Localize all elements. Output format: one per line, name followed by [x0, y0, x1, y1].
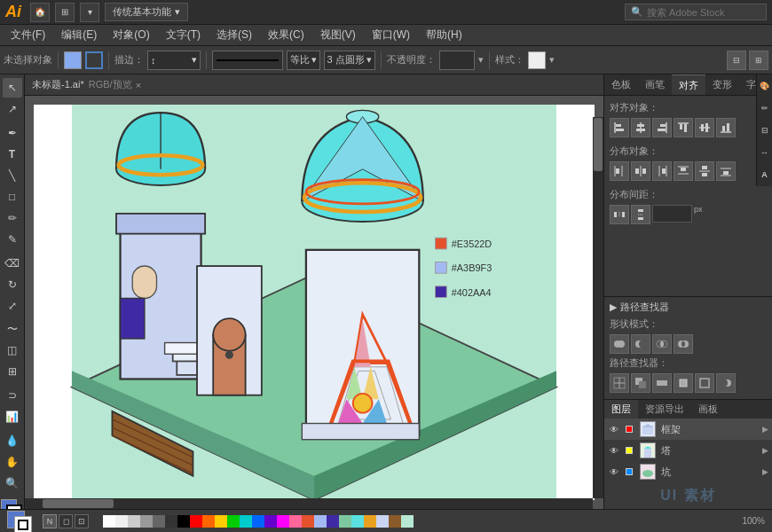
horizontal-scrollbar[interactable] — [25, 498, 593, 509]
adobe-stock-search[interactable]: 🔍 — [625, 4, 767, 20]
dist-top-btn[interactable] — [674, 161, 693, 181]
rect-tool[interactable]: □ — [3, 187, 22, 207]
tab-color[interactable]: 色板 — [604, 74, 638, 95]
align-vcenter-btn[interactable] — [695, 118, 714, 137]
stroke-width-input[interactable]: 2 pt — [158, 51, 190, 70]
dist-left-btn[interactable] — [610, 161, 629, 181]
artboards-tab[interactable]: 画板 — [691, 400, 725, 419]
chip-e8a020[interactable] — [364, 515, 376, 528]
align-right-btn[interactable] — [652, 118, 672, 137]
chip-cyan[interactable] — [240, 515, 252, 528]
panels-arrow[interactable]: ▾ — [80, 3, 99, 22]
eyedropper-tool[interactable]: 💧 — [3, 431, 22, 450]
layer-item-pit[interactable]: 👁 坑 ▶ — [604, 461, 772, 482]
style-arrow[interactable]: ▾ — [549, 54, 555, 66]
chip-white[interactable] — [103, 515, 115, 528]
tab-brush[interactable]: 画笔 — [638, 74, 672, 95]
chart-tool[interactable]: 📊 — [3, 407, 22, 426]
menu-view[interactable]: 视图(V) — [313, 26, 363, 44]
chip-darker-gray[interactable] — [165, 515, 177, 528]
mesh-tool[interactable]: ⊞ — [3, 362, 22, 381]
divide-btn[interactable] — [610, 373, 629, 393]
menu-edit[interactable]: 编辑(E) — [54, 26, 104, 44]
menu-file[interactable]: 文件(F) — [4, 26, 52, 44]
exclude-btn[interactable] — [674, 334, 693, 354]
chip-8b5a2b[interactable] — [389, 515, 401, 528]
screen-mode-btn[interactable]: ⊡ — [75, 514, 89, 528]
layer-item-tower[interactable]: 👁 塔 ▶ — [604, 440, 772, 461]
align-right-edge[interactable]: ⊞ — [749, 51, 768, 70]
tab-close-btn[interactable]: × — [136, 80, 141, 90]
chip-dark-gray[interactable] — [153, 515, 165, 528]
tab-align[interactable]: 对齐 — [672, 74, 705, 95]
chip-blue[interactable] — [252, 515, 264, 528]
pencil-tool[interactable]: ✎ — [3, 230, 22, 249]
pen-tool[interactable]: ✒ — [3, 123, 22, 143]
chip-c8d4f0[interactable] — [376, 515, 389, 528]
stroke-shape-dropdown[interactable]: 3 点圆形▾ — [324, 51, 375, 70]
type-tool[interactable]: T — [3, 145, 22, 164]
chip-yellow[interactable] — [215, 515, 227, 528]
fill-stroke-bottom[interactable] — [7, 509, 34, 533]
chip-orange[interactable] — [202, 515, 215, 528]
panel-color-icon[interactable]: 🎨 — [755, 76, 773, 96]
layer-expand-tower[interactable]: ▶ — [762, 446, 768, 455]
layer-vis-tower[interactable]: 👁 — [608, 444, 620, 457]
fill-color-swatch[interactable] — [64, 51, 82, 69]
merge-btn[interactable] — [652, 373, 672, 393]
layers-pathfinder-title[interactable]: ▶ 路径查找器 — [610, 301, 767, 314]
layer-vis-frame[interactable]: 👁 — [608, 423, 620, 435]
scale-tool[interactable]: ⤢ — [3, 296, 22, 316]
fill-stroke-widget[interactable] — [1, 499, 24, 504]
opacity-input[interactable]: 100% — [439, 51, 475, 70]
chip-5ae0e0[interactable] — [351, 515, 364, 528]
chip-b8e8d4[interactable] — [401, 515, 414, 528]
chip-7ec8a0[interactable] — [339, 515, 351, 528]
chip-mid-gray[interactable] — [140, 515, 153, 528]
style-swatch[interactable] — [528, 51, 546, 69]
menu-help[interactable]: 帮助(H) — [419, 26, 469, 44]
stroke-width-dropdown[interactable]: ↕ 2 pt ▾ — [147, 51, 201, 70]
home-icon[interactable]: 🏠 — [30, 3, 50, 22]
dist-right-btn[interactable] — [652, 161, 672, 181]
chip-magenta[interactable] — [277, 515, 289, 528]
dist-v-space-btn[interactable] — [631, 205, 650, 224]
warp-tool[interactable]: 〜 — [3, 319, 22, 339]
layer-item-frame[interactable]: 👁 框架 ▶ — [604, 419, 772, 440]
dist-h-space-btn[interactable] — [610, 205, 629, 224]
chip-black[interactable] — [177, 515, 190, 528]
workspace-selector[interactable]: 传统基本功能 ▾ — [105, 3, 188, 21]
minus-back-btn[interactable] — [716, 373, 736, 393]
eraser-tool[interactable]: ⌫ — [3, 254, 22, 273]
hand-tool[interactable]: ✋ — [3, 452, 22, 472]
opacity-arrow[interactable]: ▾ — [478, 54, 484, 66]
intersect-btn[interactable] — [652, 334, 672, 354]
stroke-ratio-dropdown[interactable]: 等比▾ — [287, 51, 320, 70]
direct-selection-tool[interactable]: ↗ — [3, 99, 22, 119]
assets-tab[interactable]: 资源导出 — [638, 400, 691, 419]
rotate-tool[interactable]: ↻ — [3, 275, 22, 294]
align-hcenter-btn[interactable] — [631, 118, 650, 137]
layer-expand-pit[interactable]: ▶ — [762, 467, 768, 476]
align-bottom-btn[interactable] — [716, 118, 736, 137]
blend-tool[interactable]: ⊃ — [3, 386, 22, 405]
minus-front-btn[interactable] — [631, 334, 650, 354]
dist-hcenter-btn[interactable] — [631, 161, 650, 181]
chip-402aa4[interactable] — [327, 515, 339, 528]
vertical-scrollbar[interactable] — [593, 117, 603, 498]
menu-text[interactable]: 文字(T) — [159, 26, 208, 44]
dist-vcenter-btn[interactable] — [695, 161, 714, 181]
chip-gray[interactable] — [128, 515, 140, 528]
line-tool[interactable]: ╲ — [3, 166, 22, 185]
gradient-tool[interactable]: ◫ — [3, 340, 22, 360]
align-left-edge[interactable]: ⊟ — [727, 51, 746, 70]
stroke-color-swatch[interactable] — [85, 51, 103, 69]
align-top-btn[interactable] — [674, 118, 693, 137]
crop-btn[interactable] — [674, 373, 693, 393]
layer-vis-pit[interactable]: 👁 — [608, 466, 620, 478]
menu-window[interactable]: 窗口(W) — [365, 26, 417, 44]
brush-tool[interactable]: ✏ — [3, 208, 22, 228]
chip-pink[interactable] — [289, 515, 302, 528]
chip-green[interactable] — [227, 515, 240, 528]
menu-object[interactable]: 对象(O) — [106, 26, 156, 44]
